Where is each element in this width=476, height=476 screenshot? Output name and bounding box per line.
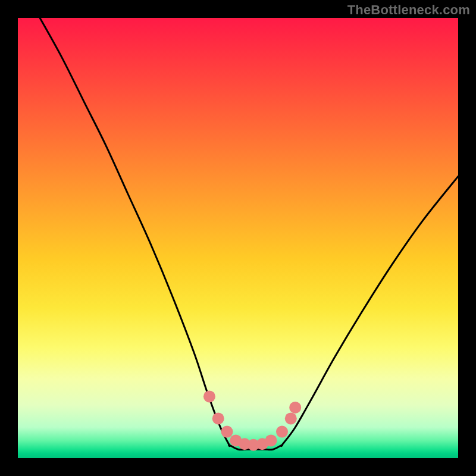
watermark-text: TheBottleneck.com: [347, 2, 470, 18]
marker-dot: [221, 426, 233, 438]
plot-area: [18, 18, 458, 458]
marker-dot: [203, 390, 215, 402]
marker-dot: [276, 426, 288, 438]
chart-frame: TheBottleneck.com: [0, 0, 476, 476]
marker-dot: [285, 412, 297, 424]
marker-dot: [265, 434, 277, 446]
curve-svg: [18, 18, 458, 458]
marker-dot: [212, 412, 224, 424]
highlight-markers: [203, 390, 301, 450]
marker-dot: [289, 402, 301, 414]
bottleneck-curve: [40, 18, 458, 450]
